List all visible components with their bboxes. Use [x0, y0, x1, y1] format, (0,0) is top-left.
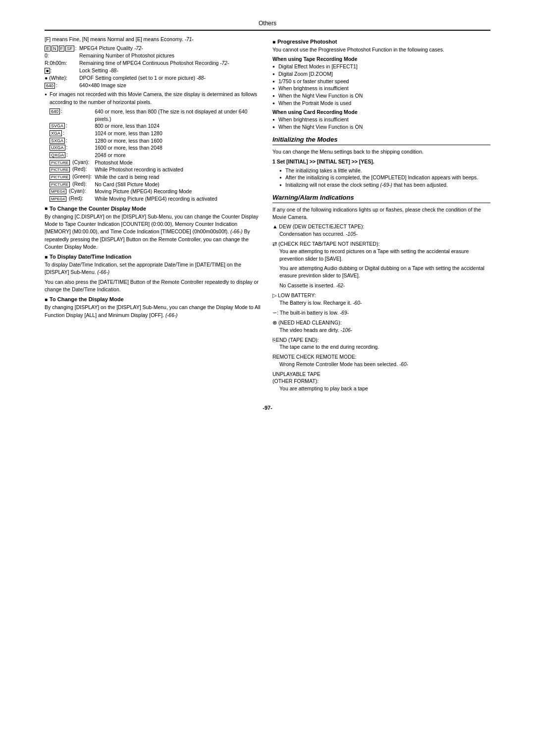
table-row: 0: Remaining Number of Photoshot picture… — [45, 52, 229, 59]
page-number: -97- — [45, 405, 490, 411]
page-header: Others — [45, 20, 490, 31]
alarm-low-battery: ▷ LOW BATTERY: The Battery is low. Recha… — [272, 292, 490, 307]
pixel-table: 640: 640 or more, less than 800 (The siz… — [50, 108, 263, 203]
list-item: After the initializing is completed, the… — [279, 174, 490, 181]
right-column: Progressive Photoshot You cannot use the… — [272, 36, 490, 395]
alarm-head-cleaning: ⊗ (NEED HEAD CLEANING): The video heads … — [272, 319, 490, 334]
left-column: [F] means Fine, [N] means Normal and [E]… — [45, 36, 263, 395]
datetime-body: To display Date/Time Indication, set the… — [45, 261, 263, 276]
table-row: ● (White): DPOF Setting completed (set t… — [45, 74, 229, 82]
list-item: 1/750 s or faster shutter speed — [272, 78, 490, 85]
table-row: PICTURE (Red): No Card (Still Picture Mo… — [50, 181, 263, 188]
table-row: QXGA: 2048 or more — [50, 152, 263, 159]
list-item: When brightness is insufficient — [272, 116, 490, 123]
entries-table: ENFSF: MPEG4 Picture Quality -72- 0: Rem… — [45, 45, 229, 89]
alarm-dew: ▲ DEW (DEW DETECT/EJECT TAPE): Condensat… — [272, 223, 490, 238]
progressive-intro: You cannot use the Progressive Photoshot… — [272, 46, 490, 54]
tape-bullets-list: Digital Effect Modes in [EFFECT1] Digita… — [272, 63, 490, 107]
two-column-layout: [F] means Fine, [N] means Normal and [E]… — [45, 36, 490, 395]
alarm-builtin-battery: ∽: The built-in battery is low. -69- — [272, 309, 490, 317]
list-item: Digital Effect Modes in [EFFECT1] — [272, 63, 490, 70]
progressive-photoshot-title: Progressive Photoshot — [272, 39, 490, 45]
tape-recording-heading: When using Tape Recording Mode — [272, 56, 490, 62]
table-row: PICTURE (Green): While the card is being… — [50, 173, 263, 181]
bullet-note: ● For images not recorded with this Movi… — [45, 91, 263, 106]
card-bullets-list: When brightness is insufficient When the… — [272, 116, 490, 130]
card-recording-heading: When using Card Recording Mode — [272, 109, 490, 115]
table-row: UXGA: 1600 or more, less than 2048 — [50, 144, 263, 152]
table-row: 640: 640×480 Image size — [45, 82, 229, 89]
display-mode-body: By changing [DISPLAY] on the [DISPLAY] S… — [45, 304, 263, 319]
table-row: SXGA: 1280 or more, less than 1600 — [50, 137, 263, 145]
list-item: When the Night View Function is ON — [272, 92, 490, 100]
alarm-unplayable: UNPLAYABLE TAPE (OTHER FORMAT): You are … — [272, 371, 490, 392]
subsection-counter-display: To Change the Counter Display Mode — [45, 206, 263, 212]
alarm-check-rec: ⇄ (CHECK REC TAB/TAPE NOT INSERTED): You… — [272, 240, 490, 289]
datetime-body2: You can also press the [DATE/TIME] Butto… — [45, 278, 263, 293]
table-row: ■: Lock Setting -88- — [45, 67, 229, 74]
subsection-datetime: To Display Date/Time Indication — [45, 254, 263, 260]
table-row: SVGA: 800 or more, less than 1024 — [50, 122, 263, 130]
table-row: PICTURE (Red): While Photoshot recording… — [50, 166, 263, 173]
warning-alarm-title: Warning/Alarm Indications — [272, 194, 490, 203]
table-row: MPEG4 (Cyan): Moving Picture (MPEG4) Rec… — [50, 188, 263, 195]
list-item: The initializing takes a little while. — [279, 167, 490, 174]
table-row: XGA: 1024 or more, less than 1280 — [50, 130, 263, 137]
alarm-remote: REMOTE CHECK REMOTE MODE: Wrong Remote C… — [272, 353, 490, 368]
initializing-bullets: The initializing takes a little while. A… — [272, 167, 490, 189]
initializing-intro: You can change the Menu settings back to… — [272, 148, 490, 156]
list-item: When the Portrait Mode is used — [272, 100, 490, 107]
table-row: 640: 640 or more, less than 800 (The siz… — [50, 108, 263, 122]
subsection-display-mode: To Change the Display Mode — [45, 296, 263, 302]
warning-intro: If any one of the following indications … — [272, 206, 490, 221]
step1-item: 1 Set [INITIAL] >> [INITIAL SET] >> [YES… — [272, 158, 490, 165]
list-item: When brightness is insufficient — [272, 85, 490, 92]
alarm-tape-end: ⎘END (TAPE END): The tape came to the en… — [272, 336, 490, 351]
table-row: MPEG4 (Red): While Moving Picture (MPEG4… — [50, 195, 263, 203]
table-row: R:0h00m: Remaining time of MPEG4 Continu… — [45, 59, 229, 67]
list-item: Initializing will not erase the clock se… — [279, 181, 490, 189]
page-container: Others [F] means Fine, [N] means Normal … — [30, 10, 505, 421]
list-item: Digital Zoom [D.ZOOM] — [272, 70, 490, 78]
table-row: PICTURE (Cyan): Photoshot Mode — [50, 159, 263, 166]
initializing-modes-title: Initializing the Modes — [272, 136, 490, 145]
entry-fine-normal: [F] means Fine, [N] means Normal and [E]… — [45, 36, 263, 43]
list-item: When the Night View Function is ON — [272, 123, 490, 131]
table-row: ENFSF: MPEG4 Picture Quality -72- — [45, 45, 229, 52]
header-title: Others — [259, 20, 276, 27]
counter-display-body: By changing [C.DISPLAY] on the [DISPLAY]… — [45, 213, 263, 251]
